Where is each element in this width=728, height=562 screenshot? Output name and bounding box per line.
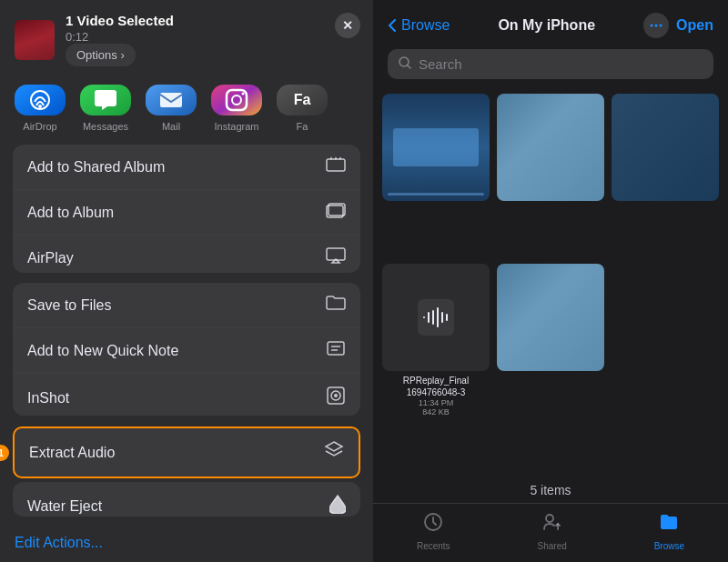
files-panel: Browse On My iPhone Open Search <box>373 0 728 562</box>
file-thumb-video1 <box>382 94 490 201</box>
nav-shared[interactable]: Shared <box>538 511 567 551</box>
search-bar[interactable]: Search <box>388 49 713 79</box>
menu-section-3: Water Eject <box>13 482 360 517</box>
shared-label: Shared <box>538 541 567 551</box>
nav-recents[interactable]: Recents <box>417 511 450 551</box>
airplay-item[interactable]: AirPlay <box>13 236 360 273</box>
inshot-icon <box>326 386 346 410</box>
back-button[interactable]: Browse <box>388 17 450 34</box>
airplay-icon <box>326 247 346 268</box>
files-title: On My iPhone <box>457 17 636 34</box>
edit-actions-button[interactable]: Edit Actions... <box>0 524 373 562</box>
airdrop-label: AirDrop <box>23 121 56 132</box>
fa-icon-item[interactable]: Fa Fa <box>277 85 328 132</box>
mail-icon-item[interactable]: Mail <box>146 85 197 132</box>
note-icon <box>326 340 346 361</box>
layers-icon <box>324 440 344 465</box>
svg-point-5 <box>242 93 245 95</box>
svg-point-19 <box>660 25 662 27</box>
messages-icon-item[interactable]: Messages <box>80 85 131 132</box>
file-item-dark1[interactable] <box>612 94 719 256</box>
file-thumb-dark1 <box>612 94 719 201</box>
instagram-label: Instagram <box>215 121 259 132</box>
file-thumb-blur2 <box>497 264 604 371</box>
shared-icon <box>541 511 563 538</box>
file-item-video1[interactable] <box>382 94 490 256</box>
files-header: Browse On My iPhone Open <box>373 0 728 45</box>
recents-label: Recents <box>417 541 450 551</box>
svg-point-4 <box>232 95 241 105</box>
audio-file-meta: 11:34 PM842 KB <box>419 398 454 416</box>
app-icons-row: AirDrop Messages Mail <box>0 75 373 145</box>
water-eject-item[interactable]: Water Eject <box>13 482 360 517</box>
svg-point-29 <box>546 515 553 522</box>
items-count: 5 items <box>373 477 728 503</box>
recents-icon <box>422 511 444 538</box>
close-button[interactable]: ✕ <box>335 13 360 38</box>
instagram-icon <box>211 85 262 115</box>
mail-label: Mail <box>162 121 180 132</box>
fa-icon: Fa <box>277 85 328 115</box>
svg-rect-6 <box>327 159 345 171</box>
mail-icon <box>146 85 197 115</box>
album-icon <box>326 202 346 223</box>
messages-label: Messages <box>83 121 128 132</box>
share-info: 1 Video Selected 0:12 Options › <box>66 13 359 66</box>
nav-browse[interactable]: Browse <box>654 511 684 551</box>
search-icon <box>399 56 411 72</box>
quick-note-item[interactable]: Add to New Quick Note <box>13 328 360 374</box>
save-files-item[interactable]: Save to Files <box>13 283 360 328</box>
svg-point-1 <box>38 105 42 108</box>
file-grid: RPReplay_Final1694766048-3 11:34 PM842 K… <box>373 88 728 477</box>
add-shared-album-item[interactable]: Add to Shared Album <box>13 145 360 190</box>
audio-file-name: RPReplay_Final1694766048-3 <box>403 375 469 398</box>
instagram-icon-item[interactable]: Instagram <box>211 85 262 132</box>
shared-album-icon <box>326 156 346 177</box>
share-title: 1 Video Selected <box>66 13 359 28</box>
share-sheet: 1 Video Selected 0:12 Options › ✕ AirDro… <box>0 0 373 562</box>
more-button[interactable] <box>643 13 669 38</box>
file-item-blur1[interactable] <box>497 94 604 256</box>
add-album-item[interactable]: Add to Album <box>13 190 360 236</box>
highlight-badge: 1 <box>0 445 9 461</box>
video-thumbnail <box>15 20 55 60</box>
folder-icon <box>326 295 346 316</box>
audio-waveform-icon <box>404 286 469 350</box>
svg-point-17 <box>651 25 653 27</box>
svg-point-18 <box>655 25 658 27</box>
svg-rect-2 <box>160 93 182 107</box>
airdrop-icon-item[interactable]: AirDrop <box>15 85 66 132</box>
file-item-blur2[interactable] <box>497 264 604 472</box>
open-button[interactable]: Open <box>676 17 713 34</box>
inshot-item[interactable]: InShot <box>13 374 360 416</box>
menu-section-1: Add to Shared Album Add to Album AirPlay… <box>13 145 360 273</box>
share-duration: 0:12 <box>66 30 359 44</box>
share-header: 1 Video Selected 0:12 Options › ✕ <box>0 0 373 75</box>
airdrop-icon <box>15 85 66 115</box>
messages-icon <box>80 85 131 115</box>
file-thumb-blur1 <box>497 94 604 201</box>
bottom-nav: Recents Shared Browse <box>373 503 728 562</box>
menu-section-2: Save to Files Add to New Quick Note InSh… <box>13 283 360 416</box>
options-button[interactable]: Options › <box>66 44 136 66</box>
drop-icon <box>329 494 346 517</box>
browse-icon <box>658 511 680 538</box>
file-item-audio1[interactable]: RPReplay_Final1694766048-3 11:34 PM842 K… <box>382 264 490 472</box>
browse-label: Browse <box>654 541 684 551</box>
extract-audio-item[interactable]: Extract Audio <box>13 427 360 478</box>
svg-point-15 <box>334 394 338 397</box>
svg-rect-10 <box>328 342 344 355</box>
fa-label: Fa <box>297 121 308 132</box>
search-placeholder: Search <box>419 56 462 72</box>
file-thumb-audio1 <box>382 264 490 371</box>
